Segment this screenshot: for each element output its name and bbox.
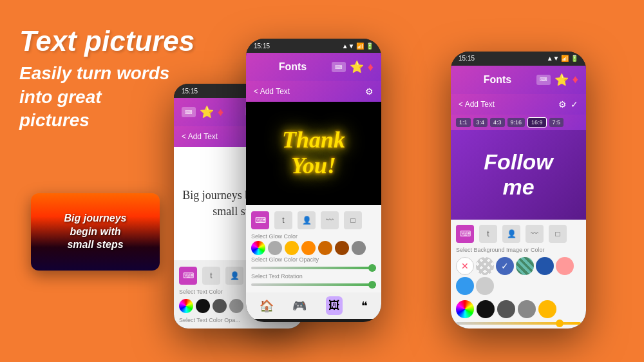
bg-slider-thumb[interactable] <box>556 319 564 327</box>
color-dark-gray[interactable] <box>213 299 227 313</box>
person-tool[interactable]: 👤 <box>225 267 243 285</box>
keyboard-tool[interactable]: ⌨ <box>179 267 197 285</box>
phone-3-header: Fonts ⌨ ⭐ ♦ <box>451 66 586 94</box>
wave-tool-2[interactable]: 〰 <box>321 211 339 229</box>
keyboard-tool-3[interactable]: ⌨ <box>456 225 474 243</box>
bg-light-gray[interactable] <box>476 277 494 295</box>
bg-pattern[interactable] <box>476 257 494 275</box>
bg-blue-check[interactable]: ✓ <box>496 257 514 275</box>
keyboard-tool-2[interactable]: ⌨ <box>251 211 269 229</box>
glow-yellow[interactable] <box>285 241 299 255</box>
ratio-3-4[interactable]: 3:4 <box>473 118 488 127</box>
bg-check-pattern[interactable] <box>516 257 534 275</box>
ratio-4-3[interactable]: 4:3 <box>490 118 505 127</box>
ratio-bar: 1:1 3:4 4:3 9:16 16:9 7:5 <box>451 115 586 130</box>
phone-2-tools: ⌨ t 👤 〰 □ Select Glow Color Select Glow … <box>246 205 381 292</box>
glow-opacity-slider[interactable] <box>251 264 376 272</box>
ratio-1-1[interactable]: 1:1 <box>456 118 471 127</box>
rotation-slider[interactable] <box>251 281 376 289</box>
settings-icon-3[interactable]: ⚙ <box>558 99 567 110</box>
quote-icon[interactable]: ❝ <box>361 299 368 313</box>
ratio-9-16[interactable]: 9:16 <box>507 118 526 127</box>
glow-color-row <box>251 241 376 255</box>
bg-yellow[interactable] <box>538 300 556 318</box>
bg-dark-gray[interactable] <box>497 300 515 318</box>
phone-2-title: Fonts <box>254 61 332 73</box>
glow-brown[interactable] <box>335 241 349 255</box>
bg-color-wheel[interactable] <box>456 300 474 318</box>
glow-gray-1[interactable] <box>268 241 282 255</box>
follow-me-text: Follow me <box>484 149 553 200</box>
add-text-back-2[interactable]: < Add Text <box>254 87 290 96</box>
color-gray[interactable] <box>229 299 243 313</box>
phone-2-canvas: Thank You! <box>246 102 381 205</box>
star-icon-2[interactable]: ⭐ <box>350 60 364 74</box>
phone-3-sub-header: < Add Text ⚙ ✓ <box>451 94 586 115</box>
phone-2-screen: 15:15 ▲▼ 📶 🔋 Fonts ⌨ ⭐ ♦ < Add Text ⚙ Th… <box>246 39 381 322</box>
bg-black[interactable] <box>477 300 495 318</box>
keyboard-icon-3[interactable]: ⌨ <box>536 75 551 85</box>
phone-2-status-bar: 15:15 ▲▼ 📶 🔋 <box>246 39 381 53</box>
bg-color-row: ✕ ✓ <box>456 254 581 298</box>
add-text-back-3[interactable]: < Add Text <box>459 100 495 109</box>
star-icon[interactable]: ⭐ <box>200 105 214 119</box>
hero-title: Text pictures <box>19 26 194 57</box>
text-tool-2[interactable]: t <box>274 211 292 229</box>
keyboard-icon-2[interactable]: ⌨ <box>332 62 346 72</box>
color-wheel-dot[interactable] <box>179 299 193 313</box>
star-icon-3[interactable]: ⭐ <box>554 73 569 87</box>
landscape-text: Big journeys begin with small steps <box>64 212 127 252</box>
gem-icon[interactable]: ♦ <box>218 106 223 119</box>
slider-thumb-2[interactable] <box>368 281 376 289</box>
bg-none[interactable]: ✕ <box>456 257 474 275</box>
phone-3-tools: ⌨ t 👤 〰 □ Select Background Image or Col… <box>451 220 586 329</box>
text-tool-3[interactable]: t <box>479 225 497 243</box>
wave-tool-3[interactable]: 〰 <box>526 225 544 243</box>
phone-2-header: Fonts ⌨ ⭐ ♦ <box>246 53 381 81</box>
bg-color-row-2 <box>456 298 581 321</box>
game-icon[interactable]: 🎮 <box>292 299 307 313</box>
glow-orange[interactable] <box>301 241 316 255</box>
glow-dark-orange[interactable] <box>318 241 332 255</box>
phone-2: 15:15 ▲▼ 📶 🔋 Fonts ⌨ ⭐ ♦ < Add Text ⚙ Th… <box>246 39 381 322</box>
text-tool[interactable]: t <box>202 267 220 285</box>
glow-color-wheel[interactable] <box>251 241 265 255</box>
ratio-16-9[interactable]: 16:9 <box>527 117 547 128</box>
phone-3-toolbar: ⌨ t 👤 〰 □ <box>456 222 581 245</box>
hero-subtitle: Easily turn words into great pictures <box>19 62 194 132</box>
square-tool-3[interactable]: □ <box>549 225 567 243</box>
bg-slider-track[interactable] <box>456 322 581 325</box>
gem-icon-2[interactable]: ♦ <box>368 61 374 74</box>
hero-section: Text pictures Easily turn words into gre… <box>19 26 194 133</box>
glow-gray-2[interactable] <box>352 241 366 255</box>
person-tool-2[interactable]: 👤 <box>298 211 316 229</box>
bg-light-blue[interactable] <box>456 277 474 295</box>
check-icon[interactable]: ✓ <box>571 99 578 110</box>
phone-2-toolbar: ⌨ t 👤 〰 □ <box>251 209 376 232</box>
landscape-card: Big journeys begin with small steps <box>31 193 160 271</box>
home-icon[interactable]: 🏠 <box>260 299 274 313</box>
rotation-label: Select Text Rotation <box>251 272 376 281</box>
phone-3-screen: 15:15 ▲▼ 📶 🔋 Fonts ⌨ ⭐ ♦ < Add Text ⚙ ✓ … <box>451 52 586 329</box>
add-text-back[interactable]: < Add Text <box>182 132 218 141</box>
person-tool-3[interactable]: 👤 <box>502 225 520 243</box>
edit-icon[interactable]: 🖼 <box>326 296 343 315</box>
square-tool-2[interactable]: □ <box>344 211 362 229</box>
slider-track-1[interactable] <box>251 267 376 269</box>
slider-track-2[interactable] <box>251 283 376 286</box>
slider-thumb-1[interactable] <box>368 264 376 272</box>
phone-3-canvas: Follow me <box>451 130 586 220</box>
ratio-7-5[interactable]: 7:5 <box>549 118 564 127</box>
bg-slider[interactable] <box>456 321 581 326</box>
gem-icon-3[interactable]: ♦ <box>573 73 578 86</box>
bg-gray[interactable] <box>518 300 536 318</box>
phone-2-bottom-nav: 🏠 🎮 🖼 ❝ <box>246 292 381 319</box>
bg-dark-blue[interactable] <box>536 257 554 275</box>
glow-opacity-label: Select Glow Color Opacity <box>251 255 376 264</box>
phone-3-status-bar: 15:15 ▲▼ 📶 🔋 <box>451 52 586 66</box>
settings-icon-2[interactable]: ⚙ <box>365 86 374 97</box>
color-black[interactable] <box>196 299 210 313</box>
phone-2-sub-header: < Add Text ⚙ <box>246 81 381 102</box>
bg-pink[interactable] <box>556 257 574 275</box>
phone-3-title: Fonts <box>459 74 536 86</box>
